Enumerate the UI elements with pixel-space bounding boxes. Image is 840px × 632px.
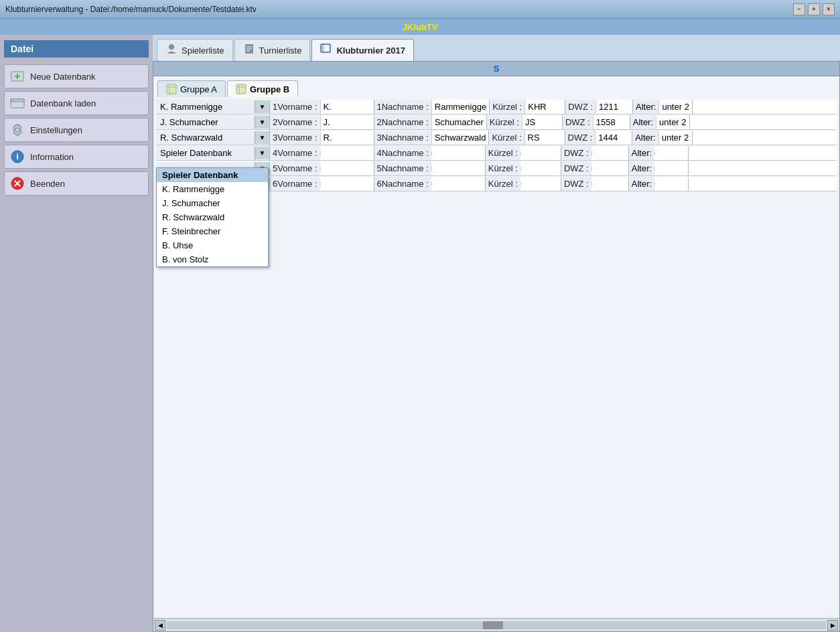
alter-label-3: Alter: [632, 131, 658, 145]
dwz-label-1: DWZ : [565, 100, 596, 114]
player-row-3: R. Schwarzwald ▼ 3Vorname : R. 3Nachname… [156, 131, 837, 145]
alter-group-3: Alter: unter 2 [632, 131, 692, 145]
dropdown-item-j-schumacher[interactable]: J. Schumacher [157, 196, 268, 210]
neue-datenbank-label: Neue Datenbank [30, 72, 96, 82]
main-layout: Datei Neue Datenbank Datenbank laden [0, 35, 840, 632]
maximize-button[interactable]: + [808, 3, 820, 15]
sidebar-btn-beenden[interactable]: Beenden [4, 171, 149, 195]
neue-datenbank-icon [10, 69, 25, 84]
alter-label-6: Alter: [629, 177, 654, 191]
group-tab-gruppe-b[interactable]: Gruppe B [227, 80, 298, 97]
kuerzel-group-2: Kürzel : JS [487, 115, 563, 129]
dwz-group-2: DWZ : 1558 [563, 115, 630, 129]
vorname-value-4 [320, 151, 374, 155]
player-selector-1[interactable]: K. Rammenigge ▼ [156, 100, 270, 114]
spielerliste-tab-icon [165, 43, 178, 58]
dwz-value-2: 1558 [593, 115, 630, 129]
tab-klubturnier[interactable]: Klubturnier 2017 [311, 39, 414, 61]
dropdown-item-b-von-stolz[interactable]: B. von Stolz [157, 252, 268, 266]
alter-value-6 [654, 182, 688, 186]
dropdown-item-r-schwarzwald[interactable]: R. Schwarzwald [157, 210, 268, 224]
vorname-value-5 [320, 167, 374, 171]
nachname-group-4: 4Nachname : [374, 146, 486, 160]
player-dropdown-popup: Spieler Datenbank K. Rammenigge J. Schum… [156, 167, 269, 267]
dropdown-arrow-4[interactable]: ▼ [255, 147, 269, 159]
alter-value-2: unter 2 [656, 115, 689, 129]
dropdown-item-b-uhse[interactable]: B. Uhse [157, 238, 268, 252]
dropdown-item-spieler-datenbank[interactable]: Spieler Datenbank [157, 168, 268, 182]
close-button[interactable]: × [823, 3, 835, 15]
dropdown-item-f-steinbrecher[interactable]: F. Steinbrecher [157, 224, 268, 238]
vorname-group-2: 2Vorname : J. [270, 115, 374, 129]
dwz-value-3: 1444 [595, 131, 632, 145]
sidebar-header: Datei [4, 40, 149, 58]
svg-point-6 [15, 128, 19, 132]
vorname-label-2: 2Vorname : [270, 115, 320, 129]
nachname-group-6: 6Nachname : [374, 177, 486, 191]
svg-rect-17 [321, 44, 330, 52]
alter-group-1: Alter: unter 2 [633, 100, 693, 114]
player-selector-4[interactable]: Spieler Datenbank ▼ [156, 146, 270, 160]
alter-label-5: Alter: [629, 161, 654, 175]
dropdown-arrow-3[interactable]: ▼ [255, 131, 269, 144]
kuerzel-label-6: Kürzel : [486, 177, 520, 191]
tab-turnierliste[interactable]: Turnierliste [234, 39, 311, 61]
alter-group-6: Alter: [629, 177, 689, 191]
spielerliste-tab-label: Spielerliste [182, 46, 224, 56]
minimize-button[interactable]: − [793, 3, 805, 15]
nachname-label-2: 2Nachname : [374, 115, 431, 129]
turnierliste-tab-icon [243, 43, 255, 58]
scroll-thumb[interactable] [483, 621, 503, 629]
kuerzel-value-5 [520, 167, 561, 171]
vorname-group-6: 6Vorname : [270, 177, 374, 191]
nachname-label-5: 5Nachname : [374, 161, 431, 175]
nachname-label-1: 1Nachname : [374, 100, 431, 114]
content-area: Spielerliste Turnierliste [153, 35, 840, 632]
gruppe-a-label: Gruppe A [180, 84, 217, 94]
title-bar: Klubturnierverwaltung - Datei:/home/mamu… [0, 0, 840, 19]
dwz-group-5: DWZ : [561, 161, 629, 175]
vorname-value-6 [320, 182, 374, 186]
einstellungen-icon [10, 123, 25, 137]
scroll-left-button[interactable]: ◀ [155, 620, 165, 631]
nachname-group-3: 3Nachname : Schwarzwald [374, 131, 490, 145]
information-label: Information [30, 152, 74, 162]
vorname-value-2: J. [320, 115, 374, 129]
vorname-value-1: K. [320, 100, 374, 114]
nachname-value-1: Rammenigge [431, 100, 489, 114]
sidebar-btn-einstellungen[interactable]: Einstellungen [4, 118, 149, 142]
alter-group-2: Alter: unter 2 [630, 115, 690, 129]
scroll-track[interactable] [167, 621, 826, 629]
tab-spielerliste[interactable]: Spielerliste [157, 39, 233, 61]
dwz-group-6: DWZ : [561, 177, 629, 191]
dwz-label-5: DWZ : [561, 161, 591, 175]
beenden-label: Beenden [30, 179, 65, 189]
dwz-label-2: DWZ : [563, 115, 593, 129]
dwz-label-6: DWZ : [561, 177, 591, 191]
dropdown-arrow-1[interactable]: ▼ [255, 100, 269, 113]
player-selector-2[interactable]: J. Schumacher ▼ [156, 115, 270, 129]
s-bar: S [153, 62, 839, 76]
svg-text:i: i [16, 152, 18, 161]
klubturnier-tab-label: Klubturnier 2017 [336, 46, 405, 56]
nachname-value-6 [431, 182, 485, 186]
sidebar-btn-information[interactable]: i Information [4, 145, 149, 169]
scroll-right-button[interactable]: ▶ [827, 620, 838, 631]
group-tab-gruppe-a[interactable]: Gruppe A [157, 80, 226, 97]
dropdown-item-k-rammenigge[interactable]: K. Rammenigge [157, 182, 268, 196]
player-selector-3[interactable]: R. Schwarzwald ▼ [156, 131, 270, 145]
window-title: Klubturnierverwaltung - Datei:/home/mamu… [5, 5, 257, 14]
dropdown-arrow-2[interactable]: ▼ [255, 116, 269, 129]
player-name-1: K. Rammenigge [156, 100, 255, 114]
kuerzel-value-3: RS [524, 131, 565, 145]
sidebar-btn-datenbank-laden[interactable]: Datenbank laden [4, 91, 149, 115]
kuerzel-label-5: Kürzel : [486, 161, 520, 175]
alter-label-1: Alter: [633, 100, 658, 114]
dwz-group-4: DWZ : [561, 146, 629, 160]
kuerzel-label-1: Kürzel : [490, 100, 524, 114]
nachname-value-3: Schwarzwald [431, 131, 489, 145]
kuerzel-label-4: Kürzel : [486, 146, 520, 160]
sidebar-btn-neue-datenbank[interactable]: Neue Datenbank [4, 64, 149, 88]
kuerzel-value-1: KHR [524, 100, 565, 114]
tabs-bar: Spielerliste Turnierliste [153, 35, 840, 61]
